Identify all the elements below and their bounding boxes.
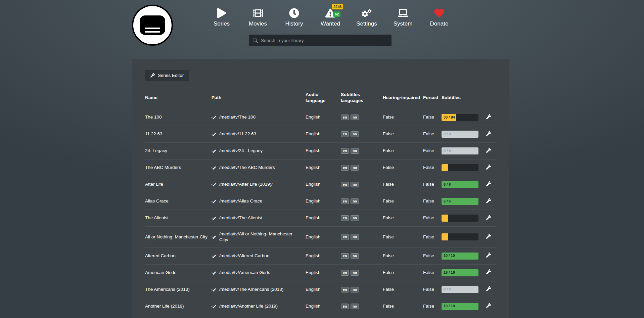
series-name[interactable]: All or Nothing: Manchester City [145,234,208,239]
subtitle-language-badges: enno [341,287,361,292]
series-name[interactable]: 11.22.63 [145,131,163,136]
subtitles-progress: 16 / 16 [442,269,478,276]
nav-item-donate[interactable]: Donate [421,8,457,27]
series-path-text: /media/tv/Alias Grace [219,198,262,204]
subtitles-progress: 0 / 0 [442,131,478,138]
nav-label: Donate [430,20,449,27]
wanted-count-badge-movies: 62 [333,11,340,17]
subtitle-language-badges: enno [341,165,361,170]
table-row: 24: Legacy /media/tv/24 - Legacy English… [145,143,496,160]
subtitles-progress: 10 / 10 [442,303,478,310]
language-badge: en [341,304,349,310]
audio-language: English [306,227,341,248]
check-icon [212,287,216,292]
nav-label: Settings [356,20,377,27]
nav-item-movies[interactable]: Movies [240,8,276,27]
edit-series-button[interactable] [486,131,491,136]
check-icon [212,115,216,120]
subtitle-language-badges: enno [341,131,361,136]
subtitles-progress: 10 / 10 [442,253,478,260]
series-name[interactable]: The Americans (2013) [145,287,190,292]
series-editor-button[interactable]: Series Editor [145,70,189,81]
forced-value: False [423,247,442,264]
edit-series-button[interactable] [486,215,491,220]
table-row: All or Nothing: Manchester City /media/t… [145,227,496,248]
series-name[interactable]: The Alienist [145,215,169,220]
col-header-audio-language: Audio language [306,89,341,109]
series-name[interactable]: Another Life (2019) [145,304,184,309]
forced-value: False [423,281,442,298]
language-badge: en [341,148,349,154]
series-name[interactable]: Alias Grace [145,198,169,203]
play-icon [217,8,227,18]
check-icon [212,132,216,136]
edit-series-button[interactable] [486,198,491,203]
series-name[interactable]: 24: Legacy [145,148,167,153]
edit-series-button[interactable] [486,148,491,153]
col-header-hearing-impaired: Hearing-impaired [383,89,423,109]
col-header-subtitles: Subtitles [442,89,486,109]
subtitle-language-badges: enno [341,270,361,275]
subtitle-language-badges: enno [341,234,361,239]
audio-language: English [306,160,341,176]
edit-series-button[interactable] [486,286,491,291]
edit-series-button[interactable] [486,181,491,186]
audio-language: English [306,193,341,210]
series-path-text: /media/tv/The Alienist [219,215,262,221]
wrench-icon [486,198,491,203]
edit-series-button[interactable] [486,303,491,308]
nav-item-series[interactable]: Series [203,8,240,27]
forced-value: False [423,193,442,210]
series-path-text: /media/tv/The Americans (2013) [219,287,283,292]
language-badge: no [351,270,359,276]
audio-language: English [306,109,341,126]
language-badge: no [351,234,359,240]
heart-icon [434,8,444,18]
hearing-impaired-value: False [383,281,423,298]
hearing-impaired-value: False [383,126,423,143]
forced-value: False [423,227,442,248]
table-row: The 100 /media/tv/The 100 English enno F… [145,109,496,126]
series-name[interactable]: American Gods [145,270,176,275]
series-name[interactable]: After Life [145,182,163,187]
table-row: Another Life (2019) /media/tv/Another Li… [145,298,496,315]
subtitle-language-badges: enno [341,148,361,153]
edit-series-button[interactable] [486,165,491,170]
edit-series-button[interactable] [486,234,491,239]
language-badge: en [341,215,349,221]
edit-series-button[interactable] [486,253,491,258]
check-icon [212,199,216,203]
hearing-impaired-value: False [383,176,423,193]
col-header-path: Path [212,89,306,109]
series-name[interactable]: The ABC Murders [145,165,181,170]
subtitle-language-badges: enno [341,304,361,309]
series-path-text: /media/tv/After Life (2019)/ [219,182,273,187]
nav-item-system[interactable]: System [385,8,421,27]
laptop-icon [398,8,408,18]
series-path-text: /media/tv/24 - Legacy [219,148,263,154]
app-logo[interactable] [132,5,173,46]
nav-item-history[interactable]: History [276,8,312,27]
table-row: Alias Grace /media/tv/Alias Grace Englis… [145,193,496,210]
edit-series-button[interactable] [486,269,491,274]
nav-label: System [394,20,413,27]
table-row: A.P. Bio /media/tv/A.P. BIO/ English enn… [145,315,496,318]
wrench-icon [150,73,155,78]
language-badge: en [341,131,349,137]
audio-language: English [306,264,341,281]
search-icon [253,38,258,43]
search-input[interactable] [261,35,392,46]
nav-item-settings[interactable]: Settings [349,8,385,27]
nav-item-wanted[interactable]: 2246 62 Wanted [312,8,349,27]
subtitles-progress: 0 / 0 [442,286,478,293]
series-table-body: The 100 /media/tv/The 100 English enno F… [145,109,496,318]
main-nav: Series Movies History 2246 62 Wanted Set… [203,8,457,27]
audio-language: English [306,315,341,318]
edit-series-button[interactable] [486,114,491,119]
hearing-impaired-value: False [383,247,423,264]
series-table-wrap: Name Path Audio language Subtitles langu… [145,89,496,318]
series-name[interactable]: The 100 [145,115,162,120]
hearing-impaired-value: False [383,160,423,176]
series-name[interactable]: Altered Carbon [145,253,176,258]
language-badge: no [351,115,359,121]
